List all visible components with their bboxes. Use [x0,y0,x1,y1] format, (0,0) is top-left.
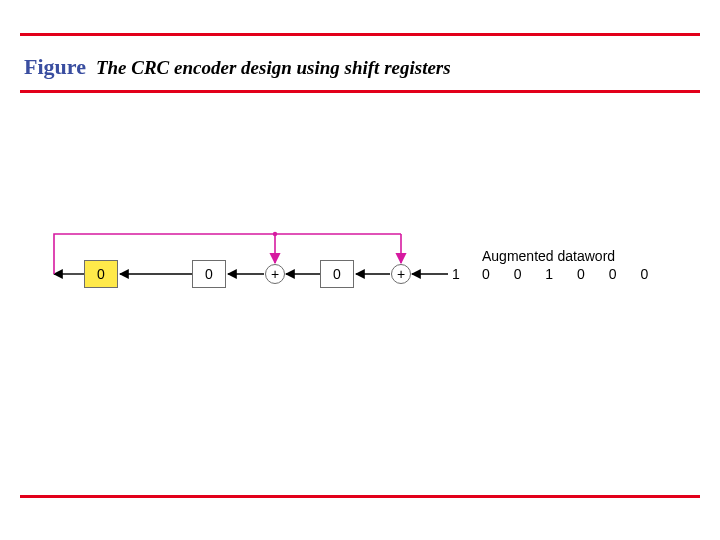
shift-register-1: 0 [192,260,226,288]
top-rule-lower [20,90,700,93]
bottom-rule [20,495,700,498]
figure-title: Figure The CRC encoder design using shif… [24,54,451,80]
shift-register-2: 0 [320,260,354,288]
shift-register-0: 0 [84,260,118,288]
xor-gate-left: + [265,264,285,284]
augmented-dataword-bits: 0 0 1 0 0 0 [482,266,658,282]
xor-symbol: + [271,266,279,282]
top-rule-upper [20,33,700,36]
xor-gate-right: + [391,264,411,284]
augmented-dataword-label: Augmented dataword [482,248,615,264]
input-bit: 1 [452,266,460,282]
figure-caption: The CRC encoder design using shift regis… [96,57,451,79]
crc-encoder-diagram: 0 0 + 0 + 1 Augmented dataword 0 0 1 0 0… [20,220,700,340]
register-value: 0 [333,266,341,282]
register-value: 0 [97,266,105,282]
xor-symbol: + [397,266,405,282]
figure-word: Figure [24,54,86,80]
register-value: 0 [205,266,213,282]
svg-point-8 [273,232,277,236]
